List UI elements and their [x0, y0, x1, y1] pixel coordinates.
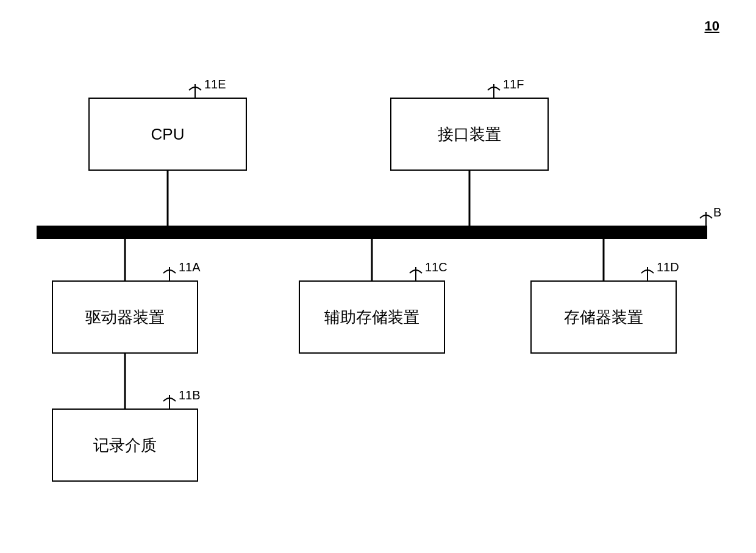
storage-box: 存储器装置	[530, 280, 677, 354]
svg-text:11D: 11D	[657, 260, 679, 274]
svg-text:11B: 11B	[179, 388, 201, 402]
media-label: 记录介质	[93, 435, 157, 456]
ref-10-label: 10	[705, 18, 719, 34]
storage-label: 存储器装置	[564, 307, 643, 328]
driver-box: 驱动器装置	[52, 280, 198, 354]
interface-label: 接口装置	[438, 124, 501, 145]
cpu-box: CPU	[88, 98, 247, 171]
svg-text:11F: 11F	[503, 77, 524, 91]
cpu-label: CPU	[151, 125, 185, 144]
bus-bar	[37, 226, 707, 239]
media-box: 记录介质	[52, 409, 198, 482]
aux-storage-label: 辅助存储装置	[324, 307, 419, 328]
diagram-container: 10 CPU 接口装置 驱动器装置 辅助存储装置 存储器装置 记录介质	[0, 0, 756, 553]
svg-text:11E: 11E	[204, 77, 226, 91]
aux-storage-box: 辅助存储装置	[299, 280, 445, 354]
svg-text:11A: 11A	[179, 260, 201, 274]
interface-box: 接口装置	[390, 98, 549, 171]
svg-text:11C: 11C	[425, 260, 448, 274]
svg-text:B: B	[713, 205, 721, 219]
driver-label: 驱动器装置	[85, 307, 165, 328]
